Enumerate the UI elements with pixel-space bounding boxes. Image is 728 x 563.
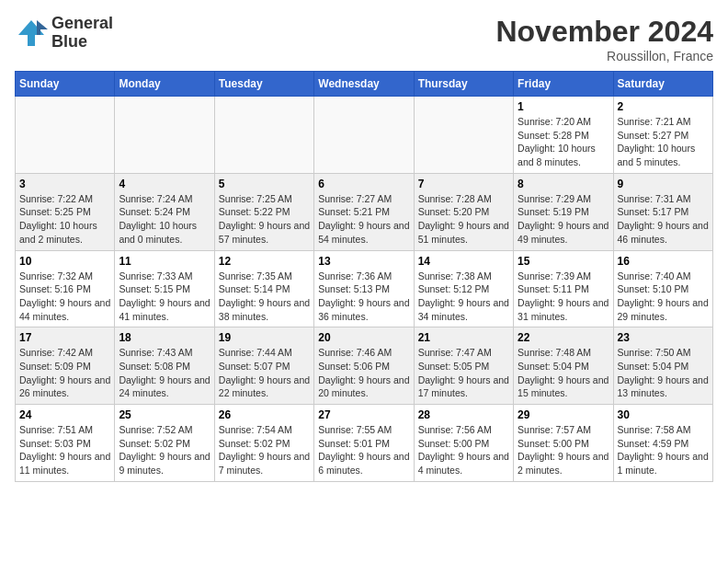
calendar-cell: 29Sunrise: 7:57 AM Sunset: 5:00 PM Dayli… [514,405,613,482]
day-number: 8 [518,178,609,190]
calendar-cell: 18Sunrise: 7:43 AM Sunset: 5:08 PM Dayli… [115,327,214,405]
day-number: 24 [19,408,110,421]
day-info: Sunrise: 7:38 AM Sunset: 5:12 PM Dayligh… [418,270,509,324]
day-number: 22 [518,331,609,344]
day-header-tuesday: Tuesday [214,72,313,97]
day-number: 12 [219,255,310,268]
day-number: 25 [119,408,210,421]
calendar-cell: 10Sunrise: 7:32 AM Sunset: 5:16 PM Dayli… [16,250,115,327]
calendar-cell: 4Sunrise: 7:24 AM Sunset: 5:24 PM Daylig… [115,173,214,250]
calendar-week-row: 10Sunrise: 7:32 AM Sunset: 5:16 PM Dayli… [16,250,713,327]
calendar-week-row: 24Sunrise: 7:51 AM Sunset: 5:03 PM Dayli… [16,405,713,482]
calendar-cell: 12Sunrise: 7:35 AM Sunset: 5:14 PM Dayli… [214,250,313,327]
day-number: 15 [518,255,609,268]
page-header: General Blue November 2024 Roussillon, F… [15,15,713,63]
calendar-week-row: 1Sunrise: 7:20 AM Sunset: 5:28 PM Daylig… [16,97,713,174]
calendar-cell: 22Sunrise: 7:48 AM Sunset: 5:04 PM Dayli… [514,327,613,405]
calendar-week-row: 3Sunrise: 7:22 AM Sunset: 5:25 PM Daylig… [16,173,713,250]
calendar-cell [16,97,115,174]
day-info: Sunrise: 7:21 AM Sunset: 5:27 PM Dayligh… [618,115,709,169]
calendar-cell: 2Sunrise: 7:21 AM Sunset: 5:27 PM Daylig… [613,97,712,174]
day-info: Sunrise: 7:24 AM Sunset: 5:24 PM Dayligh… [119,192,210,247]
calendar-cell [115,97,214,174]
calendar-cell: 21Sunrise: 7:47 AM Sunset: 5:05 PM Dayli… [414,327,513,405]
day-info: Sunrise: 7:20 AM Sunset: 5:28 PM Dayligh… [518,115,609,169]
calendar-cell: 19Sunrise: 7:44 AM Sunset: 5:07 PM Dayli… [214,327,313,405]
logo: General Blue [15,15,113,52]
day-info: Sunrise: 7:50 AM Sunset: 5:04 PM Dayligh… [618,346,709,400]
calendar-week-row: 17Sunrise: 7:42 AM Sunset: 5:09 PM Dayli… [16,327,713,405]
calendar-cell: 24Sunrise: 7:51 AM Sunset: 5:03 PM Dayli… [16,405,115,482]
calendar-table: SundayMondayTuesdayWednesdayThursdayFrid… [15,71,713,482]
calendar-cell: 30Sunrise: 7:58 AM Sunset: 4:59 PM Dayli… [613,405,712,482]
calendar-cell: 7Sunrise: 7:28 AM Sunset: 5:20 PM Daylig… [414,173,513,250]
day-number: 30 [618,408,709,421]
day-info: Sunrise: 7:43 AM Sunset: 5:08 PM Dayligh… [119,346,210,400]
calendar-cell: 1Sunrise: 7:20 AM Sunset: 5:28 PM Daylig… [514,97,613,174]
calendar-cell: 26Sunrise: 7:54 AM Sunset: 5:02 PM Dayli… [214,405,313,482]
day-info: Sunrise: 7:36 AM Sunset: 5:13 PM Dayligh… [318,270,409,324]
day-info: Sunrise: 7:28 AM Sunset: 5:20 PM Dayligh… [418,192,509,247]
location: Roussillon, France [495,49,713,63]
day-number: 21 [418,331,509,344]
day-info: Sunrise: 7:27 AM Sunset: 5:21 PM Dayligh… [318,192,409,247]
day-number: 14 [418,255,509,268]
day-number: 6 [318,178,409,190]
day-number: 16 [618,255,709,268]
day-number: 18 [119,331,210,344]
calendar-cell: 23Sunrise: 7:50 AM Sunset: 5:04 PM Dayli… [613,327,712,405]
day-header-wednesday: Wednesday [314,72,414,97]
day-header-saturday: Saturday [613,72,712,97]
calendar-cell: 25Sunrise: 7:52 AM Sunset: 5:02 PM Dayli… [115,405,214,482]
day-info: Sunrise: 7:44 AM Sunset: 5:07 PM Dayligh… [219,346,310,400]
day-info: Sunrise: 7:40 AM Sunset: 5:10 PM Dayligh… [618,270,709,324]
logo-icon [15,17,48,50]
day-info: Sunrise: 7:29 AM Sunset: 5:19 PM Dayligh… [518,192,609,247]
day-number: 3 [19,178,110,190]
day-info: Sunrise: 7:52 AM Sunset: 5:02 PM Dayligh… [119,423,210,477]
calendar-cell: 13Sunrise: 7:36 AM Sunset: 5:13 PM Dayli… [314,250,414,327]
calendar-cell: 28Sunrise: 7:56 AM Sunset: 5:00 PM Dayli… [414,405,513,482]
day-number: 11 [119,255,210,268]
calendar-cell: 14Sunrise: 7:38 AM Sunset: 5:12 PM Dayli… [414,250,513,327]
calendar-cell: 16Sunrise: 7:40 AM Sunset: 5:10 PM Dayli… [613,250,712,327]
calendar-cell: 9Sunrise: 7:31 AM Sunset: 5:17 PM Daylig… [613,173,712,250]
day-info: Sunrise: 7:54 AM Sunset: 5:02 PM Dayligh… [219,423,310,477]
day-number: 9 [618,178,709,190]
day-header-sunday: Sunday [16,72,115,97]
calendar-cell: 27Sunrise: 7:55 AM Sunset: 5:01 PM Dayli… [314,405,414,482]
day-info: Sunrise: 7:33 AM Sunset: 5:15 PM Dayligh… [119,270,210,324]
logo-text: General Blue [51,15,113,52]
day-info: Sunrise: 7:51 AM Sunset: 5:03 PM Dayligh… [19,423,110,477]
calendar-cell: 5Sunrise: 7:25 AM Sunset: 5:22 PM Daylig… [214,173,313,250]
calendar-cell: 20Sunrise: 7:46 AM Sunset: 5:06 PM Dayli… [314,327,414,405]
day-number: 28 [418,408,509,421]
day-info: Sunrise: 7:42 AM Sunset: 5:09 PM Dayligh… [19,346,110,400]
day-header-monday: Monday [115,72,214,97]
day-number: 26 [219,408,310,421]
day-header-thursday: Thursday [414,72,513,97]
day-number: 10 [19,255,110,268]
calendar-cell [314,97,414,174]
calendar-cell: 11Sunrise: 7:33 AM Sunset: 5:15 PM Dayli… [115,250,214,327]
day-info: Sunrise: 7:47 AM Sunset: 5:05 PM Dayligh… [418,346,509,400]
calendar-cell [414,97,513,174]
day-info: Sunrise: 7:22 AM Sunset: 5:25 PM Dayligh… [19,192,110,247]
day-info: Sunrise: 7:39 AM Sunset: 5:11 PM Dayligh… [518,270,609,324]
calendar-header-row: SundayMondayTuesdayWednesdayThursdayFrid… [16,72,713,97]
calendar-cell: 6Sunrise: 7:27 AM Sunset: 5:21 PM Daylig… [314,173,414,250]
day-number: 1 [518,100,609,113]
day-number: 13 [318,255,409,268]
day-number: 2 [618,100,709,113]
day-info: Sunrise: 7:58 AM Sunset: 4:59 PM Dayligh… [618,423,709,477]
calendar-cell: 8Sunrise: 7:29 AM Sunset: 5:19 PM Daylig… [514,173,613,250]
calendar-cell: 15Sunrise: 7:39 AM Sunset: 5:11 PM Dayli… [514,250,613,327]
day-number: 19 [219,331,310,344]
day-number: 7 [418,178,509,190]
day-info: Sunrise: 7:48 AM Sunset: 5:04 PM Dayligh… [518,346,609,400]
calendar-cell: 3Sunrise: 7:22 AM Sunset: 5:25 PM Daylig… [16,173,115,250]
title-block: November 2024 Roussillon, France [495,15,713,63]
day-info: Sunrise: 7:55 AM Sunset: 5:01 PM Dayligh… [318,423,409,477]
day-number: 4 [119,178,210,190]
day-info: Sunrise: 7:31 AM Sunset: 5:17 PM Dayligh… [618,192,709,247]
